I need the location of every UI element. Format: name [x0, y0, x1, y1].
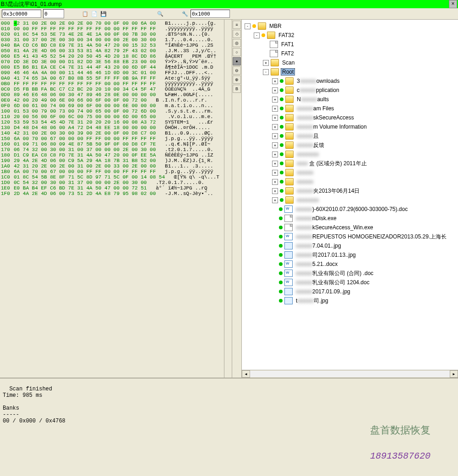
ts-btn-2[interactable]: ◇ — [233, 30, 241, 38]
expand-toggle[interactable]: + — [272, 197, 278, 203]
scroll-right-button[interactable]: ► — [450, 370, 458, 378]
binoculars-icon[interactable]: 🔍 — [157, 10, 164, 17]
tree-label[interactable]: Root — [281, 68, 295, 76]
expand-toggle[interactable]: - — [254, 32, 260, 38]
tree-h-scrollbar[interactable]: ◄ ► — [242, 370, 458, 378]
tree-label[interactable]: xxxxxx — [295, 178, 315, 185]
tree-label[interactable]: txxxxxx司.jpg — [294, 297, 330, 305]
tree-label[interactable]: xxxxxx夹2013年06月14日 — [295, 187, 361, 195]
tree-node[interactable]: -FAT32 — [243, 31, 457, 40]
ts-btn-7[interactable]: ⊕ — [233, 76, 241, 84]
expand-toggle[interactable]: + — [272, 87, 278, 93]
ts-btn-b[interactable]: B — [233, 85, 241, 93]
expand-toggle[interactable]: + — [272, 106, 278, 112]
expand-toggle[interactable]: - — [263, 69, 269, 75]
tree-node[interactable]: +xxxxxxm Volume Information — [243, 122, 457, 131]
tree-node[interactable]: -MBR — [243, 22, 457, 31]
tree-label[interactable]: xxxxxx且 — [295, 132, 320, 141]
tree-label[interactable]: FAT1 — [280, 41, 295, 48]
tree-node[interactable]: xxxxxxREPUESTOS HOMOGENEIZADOR2013.05.29… — [243, 232, 457, 241]
tree-label[interactable]: xxxxxxREPUESTOS HOMOGENEIZADOR2013.05.29… — [294, 233, 448, 241]
tree-label[interactable]: xxxxxxxx — [295, 151, 320, 158]
tree-node[interactable]: xxxxxxkSecureAccess_Win.exe — [243, 223, 457, 232]
tree-label[interactable]: xxxxxx5.21..docx — [294, 260, 339, 268]
tree-label[interactable]: xxxxxx — [295, 169, 315, 176]
address-input[interactable] — [2, 10, 41, 18]
tree-node[interactable]: xxxxxxnDisk.exe — [243, 214, 457, 223]
tree-node[interactable]: +xxxxxxxx — [243, 150, 457, 159]
tree[interactable]: -MBR-FAT32FAT1FAT2+Scan-Root+3xxxxxxownl… — [242, 20, 458, 307]
tree-node[interactable]: FAT2 — [243, 49, 457, 58]
tree-node[interactable]: +Nxxxxxxaults — [243, 95, 457, 104]
tree-node[interactable]: +3xxxxxxownloads — [243, 76, 457, 86]
expand-toggle[interactable]: + — [272, 124, 278, 130]
size-input[interactable] — [191, 10, 230, 18]
tree-label[interactable]: xxxxxx7.04.01..jpg — [294, 242, 343, 249]
tree-node[interactable]: +xxxxxx反馈 — [243, 141, 457, 150]
close-button[interactable]: × — [449, 0, 457, 8]
tree-node[interactable]: +xxxxxxskSecureAccess — [243, 113, 457, 122]
tree-node[interactable]: +cxxxxxxpplication — [243, 86, 457, 95]
tree-node[interactable]: +xxxxxx — [243, 177, 457, 186]
tree-node[interactable]: xxxxxx乳业有限公司 1204.doc — [243, 278, 457, 287]
expand-toggle[interactable]: - — [245, 23, 251, 29]
tree-node[interactable]: xxxxxx5.21..docx — [243, 260, 457, 269]
expand-toggle[interactable]: + — [272, 151, 278, 157]
copy-icon[interactable]: 📋 — [82, 10, 89, 17]
tree-label[interactable]: MBR — [268, 22, 283, 30]
tree-node[interactable]: xxxxxx)-60X2010.07.29(6000-303000-75).do… — [243, 205, 457, 214]
tree-label[interactable]: xxxxxxxx — [295, 196, 320, 204]
paste-icon[interactable]: 📄 — [91, 10, 98, 17]
scroll-track[interactable] — [250, 371, 450, 377]
tree-node[interactable]: +xxxxxxam Files — [243, 104, 457, 113]
ts-btn-5[interactable]: ● — [233, 57, 241, 65]
tree-label[interactable]: xxxxxx反馈 — [295, 141, 326, 150]
expand-toggle[interactable]: + — [272, 78, 278, 84]
expand-toggle[interactable]: + — [272, 179, 278, 185]
expand-toggle[interactable]: + — [272, 170, 278, 176]
tree-label[interactable]: xxxxxxskSecureAccess — [295, 114, 355, 121]
tree-label[interactable]: xxxxxx司2017.01.13..jpg — [294, 251, 357, 260]
tree-label[interactable]: xxxxxxkSecureAccess_Win.exe — [294, 224, 375, 231]
tree-label[interactable]: xxxxxx2017.01.09..jpg — [294, 288, 352, 295]
tree-node[interactable]: xxxxxx乳业有限公司 (合同) .doc — [243, 269, 457, 278]
tree-label[interactable]: FAT32 — [277, 32, 295, 39]
tree-label[interactable]: FAT2 — [280, 50, 295, 57]
tree-node[interactable]: -Root — [243, 67, 457, 76]
ts-btn-1[interactable]: ≡ — [233, 21, 241, 29]
tree-label[interactable]: xxxxxxm Volume Information — [295, 123, 368, 130]
tree-node[interactable]: +xxxx 盒 (区域分类) 2011年止 — [243, 159, 457, 168]
ts-btn-3[interactable]: ◎ — [233, 39, 241, 47]
tree-node[interactable]: txxxxxx司.jpg — [243, 296, 457, 305]
expand-toggle[interactable]: + — [272, 188, 278, 194]
tree-label[interactable]: xxxx 盒 (区域分类) 2011年止 — [295, 159, 368, 168]
tree-label[interactable]: xxxxxx)-60X2010.07.29(6000-303000-75).do… — [294, 206, 409, 213]
wrench-icon[interactable]: 🔧 — [181, 10, 189, 17]
tree-label[interactable]: xxxxxxnDisk.exe — [294, 215, 338, 222]
expand-toggle[interactable]: + — [272, 97, 278, 103]
expand-toggle[interactable]: + — [272, 115, 278, 121]
ts-btn-6[interactable]: ⊖ — [233, 66, 241, 75]
tree-label[interactable]: xxxxxx乳业有限公司 (合同) .doc — [294, 269, 375, 278]
tree-label[interactable]: xxxxxx乳业有限公司 1204.doc — [294, 278, 371, 287]
tree-node[interactable]: xxxxxx司2017.01.13..jpg — [243, 250, 457, 260]
hex-scrollbar[interactable] — [224, 20, 232, 378]
tree-node[interactable]: +xxxxxxxx — [243, 195, 457, 205]
tree-label[interactable]: cxxxxxxpplication — [295, 87, 341, 94]
ts-btn-4[interactable]: ○ — [233, 48, 241, 56]
expand-toggle[interactable]: + — [272, 161, 278, 167]
save-icon[interactable]: 💾 — [100, 10, 107, 17]
tree-node[interactable]: xxxxxx2017.01.09..jpg — [243, 287, 457, 296]
expand-toggle[interactable]: + — [263, 60, 269, 66]
scroll-left-button[interactable]: ◄ — [242, 370, 250, 378]
tree-node[interactable]: xxxxxx7.04.01..jpg — [243, 241, 457, 250]
spin-input[interactable] — [43, 9, 64, 18]
hex-content[interactable]: 00042 31 00 2E 00 2E 00 2E 00 70 00 0F 0… — [0, 20, 232, 197]
tree-node[interactable]: +xxxxxx且 — [243, 131, 457, 141]
tree-label[interactable]: Scan — [281, 59, 296, 66]
tree-node[interactable]: +Scan — [243, 58, 457, 67]
tree-label[interactable]: xxxxxxam Files — [295, 105, 335, 112]
tree-node[interactable]: +xxxxxx夹2013年06月14日 — [243, 186, 457, 195]
tree-label[interactable]: 3xxxxxxownloads — [295, 77, 341, 85]
tree-node[interactable]: FAT1 — [243, 40, 457, 49]
